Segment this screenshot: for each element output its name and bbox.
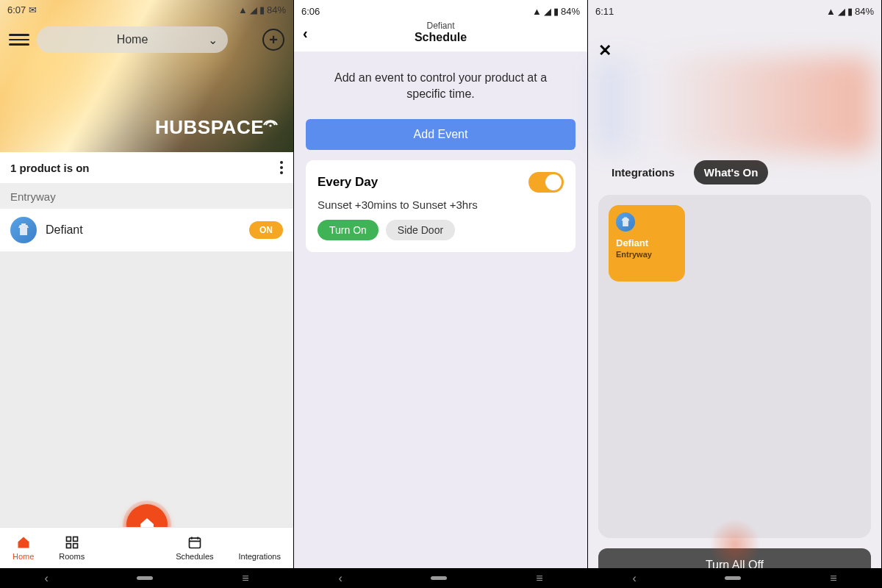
event-card[interactable]: Every Day Sunset +30mins to Sunset +3hrs…: [306, 160, 576, 252]
lantern-icon: [10, 217, 37, 243]
home-nav[interactable]: [431, 576, 447, 580]
tile-room-name: Entryway: [616, 250, 678, 259]
clock: 6:11: [595, 6, 614, 17]
schedule-header: 6:06 ▲ ◢ ▮ 84% ‹ Defiant Schedule: [294, 0, 587, 52]
wifi-icon: ▲: [532, 6, 542, 17]
clock: 6:07: [7, 4, 26, 15]
device-tile-defiant[interactable]: Defiant Entryway: [609, 205, 685, 282]
device-row-defiant[interactable]: Defiant ON: [0, 209, 293, 251]
back-button[interactable]: ‹: [303, 25, 308, 42]
device-grid: Defiant Entryway: [598, 195, 871, 538]
event-enable-toggle[interactable]: [528, 172, 564, 193]
tab-integrations[interactable]: Integrations: [238, 535, 280, 561]
hero-banner: 6:07 ✉ ▲ ◢ ▮ 84% Home ⌄ + HUBSPACE: [0, 0, 293, 152]
battery-icon: ▮: [259, 4, 265, 15]
add-button[interactable]: +: [262, 29, 284, 51]
android-nav-bar: ‹ ≡: [294, 568, 587, 588]
home-screen: 6:07 ✉ ▲ ◢ ▮ 84% Home ⌄ + HUBSPACE: [0, 0, 294, 588]
android-nav-bar: ‹ ≡: [588, 568, 881, 588]
back-nav[interactable]: ‹: [338, 572, 342, 585]
battery-pct: 84%: [267, 4, 286, 15]
signal-icon: ◢: [838, 6, 845, 17]
tab-home[interactable]: Home: [12, 535, 34, 561]
home-nav[interactable]: [137, 576, 153, 580]
wifi-icon: ▲: [826, 6, 836, 17]
signal-icon: ◢: [544, 6, 551, 17]
svg-rect-5: [189, 538, 200, 548]
location-label: Home: [117, 33, 148, 46]
bottom-tab-bar: Home Rooms Schedules Integrations: [0, 527, 293, 568]
recent-nav[interactable]: ≡: [242, 572, 248, 585]
tab-whats-on[interactable]: What's On: [694, 160, 769, 184]
event-location-chip: Side Door: [386, 220, 455, 240]
device-state-toggle[interactable]: ON: [249, 221, 283, 239]
whats-on-screen: 6:11 ▲ ◢ ▮ 84% ✕ Integrations What's On …: [588, 0, 882, 588]
fab-glow: [709, 519, 761, 570]
schedule-screen: 6:06 ▲ ◢ ▮ 84% ‹ Defiant Schedule Add an…: [294, 0, 588, 588]
event-action-chip: Turn On: [318, 220, 379, 240]
menu-button[interactable]: [9, 29, 29, 50]
battery-icon: ▮: [553, 6, 559, 17]
status-bar: 6:11 ▲ ◢ ▮ 84%: [588, 0, 881, 19]
header-subtitle: Defiant: [304, 21, 577, 31]
event-time-range: Sunset +30mins to Sunset +3hrs: [318, 198, 564, 211]
mail-icon: ✉: [29, 4, 37, 15]
battery-icon: ▮: [847, 6, 853, 17]
recent-nav[interactable]: ≡: [536, 572, 542, 585]
wifi-icon: ▲: [238, 4, 248, 15]
svg-rect-1: [66, 537, 71, 542]
svg-point-0: [269, 124, 271, 126]
event-title: Every Day: [318, 175, 378, 190]
svg-rect-2: [73, 537, 77, 542]
location-selector[interactable]: Home ⌄: [37, 26, 228, 53]
lantern-icon: [616, 212, 635, 232]
add-event-button[interactable]: Add Event: [306, 119, 576, 150]
more-menu-button[interactable]: [280, 161, 283, 174]
filter-tabs: Integrations What's On: [588, 160, 881, 184]
wifi-arc-icon: [262, 110, 279, 133]
blurred-background: [595, 57, 874, 153]
android-nav-bar: ‹ ≡: [0, 568, 293, 588]
clock: 6:06: [301, 6, 320, 17]
svg-rect-3: [66, 544, 71, 548]
back-nav[interactable]: ‹: [44, 572, 48, 585]
device-name: Defiant: [46, 223, 240, 237]
tab-schedules[interactable]: Schedules: [176, 535, 213, 561]
svg-rect-4: [73, 544, 77, 548]
status-bar: 6:07 ✉ ▲ ◢ ▮ 84%: [0, 0, 293, 19]
tile-device-name: Defiant: [616, 237, 678, 248]
info-text: Add an event to control your product at …: [306, 64, 576, 109]
products-on-text: 1 product is on: [10, 162, 90, 174]
home-nav[interactable]: [725, 576, 741, 580]
product-status-row: 1 product is on: [0, 152, 293, 183]
signal-icon: ◢: [250, 4, 257, 15]
header-title: Schedule: [304, 31, 577, 44]
battery-pct: 84%: [855, 6, 874, 17]
recent-nav[interactable]: ≡: [830, 572, 836, 585]
brand-logo: HUBSPACE: [155, 110, 279, 139]
chevron-down-icon: ⌄: [208, 33, 218, 47]
room-section-label: Entryway: [0, 183, 293, 209]
tab-rooms[interactable]: Rooms: [59, 535, 85, 561]
battery-pct: 84%: [561, 6, 580, 17]
back-nav[interactable]: ‹: [632, 572, 636, 585]
tab-integrations[interactable]: Integrations: [601, 160, 685, 184]
